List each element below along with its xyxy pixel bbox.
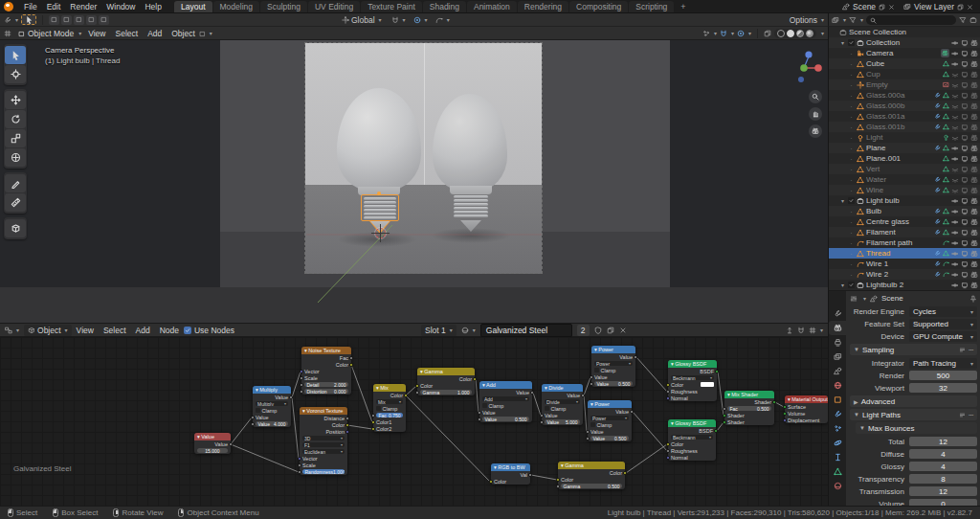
select-mode-invert[interactable]	[86, 15, 97, 25]
outliner-filter-dropdown[interactable]: ▾	[849, 15, 863, 25]
fake-user-icon[interactable]	[594, 326, 602, 335]
node-row-value[interactable]: Value4.000	[253, 420, 291, 427]
shading-dropdown[interactable]: ▾	[821, 30, 824, 36]
shading-solid[interactable]	[787, 30, 794, 37]
input-socket[interactable]	[300, 376, 303, 380]
input-socket[interactable]	[298, 470, 301, 474]
shader-node-canvas[interactable]: ▾ ValueValue15.000▾ MultiplyValueMultipl…	[0, 337, 828, 506]
input-socket[interactable]	[478, 417, 481, 421]
input-socket[interactable]	[251, 416, 255, 419]
view-layer-selector[interactable]: View Layer	[901, 2, 976, 11]
new-material-icon[interactable]	[607, 326, 614, 335]
node-row-gamma[interactable]: Gamma1.000	[417, 389, 475, 395]
node-value-field[interactable]: Detail2.000	[304, 382, 348, 388]
screen-icon[interactable]	[961, 49, 969, 57]
node-row-fac[interactable]: Fac0.750	[373, 412, 406, 418]
node-row-clamp[interactable]: Clamp	[253, 407, 291, 414]
node-value-field[interactable]: 15.000	[197, 448, 228, 454]
screen-icon[interactable]	[961, 281, 969, 289]
node-power-1[interactable]: ▾ PowerValuePower▾ClampValueValue0.500	[591, 346, 635, 387]
shading-material[interactable]	[796, 30, 804, 37]
screen-icon[interactable]	[961, 144, 969, 152]
output-socket[interactable]	[229, 442, 233, 446]
viewport-menu-view[interactable]: View	[88, 29, 105, 38]
outliner-row-thread[interactable]: ·Thread	[829, 248, 980, 259]
render-camera-icon[interactable]	[970, 144, 978, 152]
render-camera-icon[interactable]	[970, 186, 978, 194]
properties-tab-world[interactable]	[829, 378, 846, 393]
screen-icon[interactable]	[961, 228, 969, 237]
outliner-row-water[interactable]: ·Water	[829, 174, 980, 185]
input-socket[interactable]	[371, 414, 375, 417]
input-socket[interactable]	[478, 411, 481, 415]
outliner-row-plane[interactable]: ·Plane	[829, 143, 980, 153]
input-socket[interactable]	[666, 383, 670, 387]
screen-icon[interactable]	[961, 38, 969, 47]
samples-viewport-value-field[interactable]: 32	[909, 383, 977, 393]
input-socket[interactable]	[371, 420, 375, 424]
tool-select-box[interactable]	[5, 46, 26, 64]
node-dropdown[interactable]: Beckmann▾	[671, 375, 714, 381]
node-dropdown[interactable]: 3D▾	[302, 436, 345, 441]
render-camera-icon[interactable]	[970, 281, 978, 289]
node-value-field[interactable]: Randomness1.000	[302, 469, 345, 475]
properties-tab-physics[interactable]	[829, 436, 846, 450]
active-tool-button[interactable]	[21, 14, 36, 25]
node-rgb-to-bw[interactable]: ▾ RGB to BWValColor	[491, 463, 530, 485]
eye-closed-icon[interactable]	[951, 175, 959, 184]
outliner-display-mode[interactable]: ▾	[832, 15, 846, 25]
screen-icon[interactable]	[961, 238, 969, 247]
input-socket[interactable]	[415, 391, 419, 395]
options-dropdown[interactable]: Options▾	[790, 15, 824, 25]
expand-icon[interactable]: ▾	[839, 197, 846, 204]
tool-options-dropdown[interactable]: ▾	[199, 29, 212, 38]
output-socket[interactable]	[349, 363, 353, 367]
input-socket[interactable]	[590, 382, 593, 386]
render-camera-icon[interactable]	[970, 123, 978, 131]
pin-icon[interactable]	[969, 294, 977, 303]
output-socket[interactable]	[623, 471, 627, 475]
screen-icon[interactable]	[961, 165, 969, 173]
output-socket[interactable]	[345, 423, 349, 427]
render-camera-icon[interactable]	[970, 102, 978, 110]
input-socket[interactable]	[723, 414, 726, 417]
pivot-dropdown[interactable]: ▾	[702, 29, 717, 38]
input-socket[interactable]	[783, 405, 787, 409]
node-dropdown[interactable]: F1▾	[302, 442, 345, 448]
advanced-panel-header[interactable]: ▶Advanced	[850, 395, 977, 407]
node-checkbox[interactable]	[256, 408, 260, 413]
properties-tab-tool[interactable]	[829, 306, 846, 321]
input-socket[interactable]	[300, 390, 303, 394]
node-dropdown[interactable]: Add▾	[482, 396, 529, 402]
use-nodes-toggle[interactable]: Use Nodes	[184, 326, 234, 335]
screen-icon[interactable]	[961, 91, 969, 100]
eye-open-icon[interactable]	[951, 238, 959, 247]
render-camera-icon[interactable]	[970, 38, 978, 47]
output-socket[interactable]	[581, 394, 585, 397]
screen-icon[interactable]	[961, 249, 969, 258]
node-row-3d[interactable]: 3D▾	[300, 435, 347, 441]
tool-transform[interactable]	[5, 148, 26, 167]
collection-checkbox[interactable]	[848, 39, 855, 46]
screen-icon[interactable]	[961, 186, 969, 194]
outliner-row-lightbulb-2[interactable]: ▾Lightbulb 2	[829, 280, 980, 290]
output-socket[interactable]	[630, 410, 634, 414]
output-socket[interactable]	[404, 394, 408, 397]
node-voronoi-texture[interactable]: ▾ Voronoi TextureDistanceColorPosition3D…	[300, 407, 347, 475]
screen-icon[interactable]	[961, 70, 969, 79]
material-name-field[interactable]: Galvanized Steel	[480, 324, 572, 337]
node-row-f1[interactable]: F1▾	[300, 441, 347, 448]
eye-open-icon[interactable]	[951, 217, 959, 226]
render-camera-icon[interactable]	[970, 238, 978, 247]
bounces-glossy-value-field[interactable]: 4	[909, 462, 977, 471]
output-socket[interactable]	[715, 370, 719, 373]
parent-node-tree-icon[interactable]	[786, 326, 793, 335]
max-bounces-panel-header[interactable]: ▼Max Bounces	[856, 422, 977, 434]
output-socket[interactable]	[289, 395, 293, 399]
properties-tab-render[interactable]	[829, 321, 846, 335]
eye-open-icon[interactable]	[951, 249, 959, 258]
node-dropdown[interactable]: Beckmann▾	[671, 435, 713, 440]
eye-open-icon[interactable]	[951, 228, 959, 237]
properties-tab-data[interactable]	[829, 464, 846, 479]
integrator-dropdown[interactable]: Path Tracing▾	[909, 358, 977, 369]
